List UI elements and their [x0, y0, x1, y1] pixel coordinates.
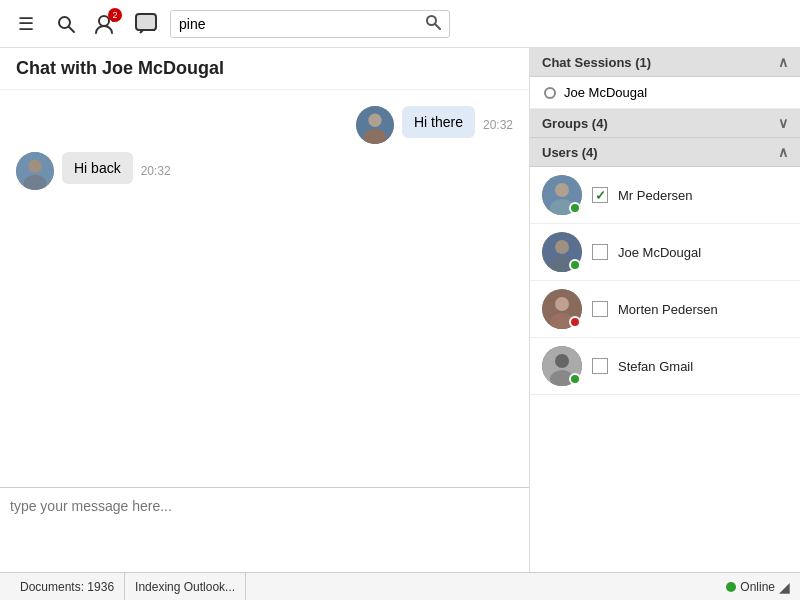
message-bubble: Hi back — [62, 152, 133, 184]
badge-count: 2 — [108, 8, 122, 22]
indexing-status: Indexing Outlook... — [125, 573, 246, 600]
search-bar — [170, 10, 450, 38]
user-name: Morten Pedersen — [618, 302, 718, 317]
user-name: Mr Pedersen — [618, 188, 692, 203]
chat-title: Chat with Joe McDougal — [0, 48, 529, 90]
svg-rect-5 — [136, 14, 156, 30]
right-panel: Chat Sessions (1) ∧ Joe McDougal Groups … — [530, 48, 800, 572]
session-name: Joe McDougal — [564, 85, 647, 100]
chat-messages: 20:32 Hi there — [0, 90, 529, 487]
svg-point-18 — [555, 240, 569, 254]
main-content: Chat with Joe McDougal 20:32 Hi there — [0, 48, 800, 572]
user-checkbox[interactable] — [592, 301, 608, 317]
message-bubble: Hi there — [402, 106, 475, 138]
chevron-up-icon: ∧ — [778, 144, 788, 160]
svg-point-12 — [28, 160, 41, 173]
svg-line-7 — [435, 24, 440, 29]
chat-input-area — [0, 487, 529, 572]
documents-status: Documents: 1936 — [10, 573, 125, 600]
chat-sessions-label: Chat Sessions (1) — [542, 55, 651, 70]
search-input[interactable] — [179, 16, 425, 32]
status-indicator — [569, 202, 581, 214]
chevron-down-icon: ∨ — [778, 115, 788, 131]
user-avatar-wrap — [542, 232, 582, 272]
message-row: 20:32 Hi there — [16, 106, 513, 144]
user-avatar-wrap — [542, 175, 582, 215]
svg-line-1 — [69, 27, 74, 32]
user-name: Joe McDougal — [618, 245, 701, 260]
svg-point-9 — [368, 114, 381, 127]
groups-header[interactable]: Groups (4) ∨ — [530, 109, 800, 138]
message-time: 20:32 — [141, 164, 171, 178]
users-header[interactable]: Users (4) ∧ — [530, 138, 800, 167]
user-avatar-wrap — [542, 289, 582, 329]
user-name: Stefan Gmail — [618, 359, 693, 374]
users-label: Users (4) — [542, 145, 598, 160]
list-item: Stefan Gmail — [530, 338, 800, 395]
search-button[interactable] — [425, 14, 441, 34]
user-checkbox[interactable]: ✓ — [592, 187, 608, 203]
chevron-up-icon: ∧ — [778, 54, 788, 70]
message-row: Hi back 20:32 — [16, 152, 513, 190]
user-checkbox[interactable] — [592, 358, 608, 374]
online-dot-icon — [726, 582, 736, 592]
message-input[interactable] — [10, 498, 519, 558]
statusbar: Documents: 1936 Indexing Outlook... Onli… — [0, 572, 800, 600]
avatar — [356, 106, 394, 144]
chat-icon[interactable] — [130, 8, 162, 40]
indexing-label: Indexing Outlook... — [135, 580, 235, 594]
signal-icon: ◢ — [779, 579, 790, 595]
svg-point-15 — [555, 183, 569, 197]
status-indicator — [569, 316, 581, 328]
chat-sessions-header[interactable]: Chat Sessions (1) ∧ — [530, 48, 800, 77]
user-checkbox[interactable] — [592, 244, 608, 260]
status-indicator — [569, 259, 581, 271]
online-label: Online — [740, 580, 775, 594]
svg-point-21 — [555, 297, 569, 311]
online-status: Online ◢ — [726, 579, 790, 595]
status-indicator — [569, 373, 581, 385]
list-item: Morten Pedersen — [530, 281, 800, 338]
user-avatar-wrap — [542, 346, 582, 386]
svg-point-24 — [555, 354, 569, 368]
documents-label: Documents: 1936 — [20, 580, 114, 594]
message-time: 20:32 — [483, 118, 513, 132]
menu-icon[interactable]: ☰ — [10, 8, 42, 40]
checkmark-icon: ✓ — [595, 188, 606, 203]
search-icon[interactable] — [50, 8, 82, 40]
list-item: ✓ Mr Pedersen — [530, 167, 800, 224]
chat-area: Chat with Joe McDougal 20:32 Hi there — [0, 48, 530, 572]
session-item[interactable]: Joe McDougal — [530, 77, 800, 109]
list-item: Joe McDougal — [530, 224, 800, 281]
contacts-icon[interactable]: 2 — [90, 8, 122, 40]
groups-label: Groups (4) — [542, 116, 608, 131]
topbar: ☰ 2 — [0, 0, 800, 48]
radio-button[interactable] — [544, 87, 556, 99]
avatar — [16, 152, 54, 190]
